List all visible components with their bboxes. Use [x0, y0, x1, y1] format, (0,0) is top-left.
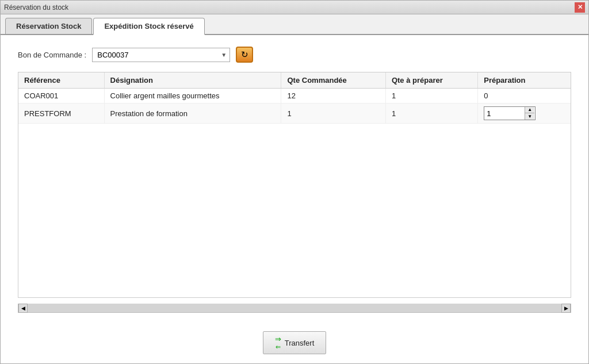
tab-bar: Réservation Stock Expédition Stock réser… [1, 14, 588, 35]
scrollbar-track[interactable] [28, 304, 561, 312]
bon-commande-row: Bon de Commande : BC00037 ▼ ↻ [18, 47, 571, 63]
cell-qte-commandee: 1 [281, 104, 385, 124]
arrow-right-icon: ⇒ [275, 335, 281, 343]
tab-reservation[interactable]: Réservation Stock [5, 18, 92, 34]
title-bar: Réservation du stock ✕ [1, 1, 588, 14]
refresh-button[interactable]: ↻ [236, 47, 253, 63]
stock-table-container: Référence Désignation Qte Commandée Qte … [18, 72, 571, 298]
cell-reference: COAR001 [18, 89, 104, 104]
spin-buttons: ▲ ▼ [525, 107, 534, 120]
transfert-label: Transfert [285, 339, 315, 347]
cell-designation: Collier argent mailles gourmettes [104, 89, 281, 104]
tab-expedition[interactable]: Expédition Stock réservé [93, 18, 204, 35]
stock-table: Référence Désignation Qte Commandée Qte … [18, 72, 571, 124]
close-button[interactable]: ✕ [575, 2, 585, 13]
col-preparation: Préparation [478, 72, 571, 89]
preparation-spinner: ▲ ▼ [484, 106, 536, 120]
scroll-left-button[interactable]: ◀ [18, 304, 28, 313]
spin-down-button[interactable]: ▼ [525, 113, 534, 120]
transfert-icon: ⇒ ⇐ [275, 335, 281, 350]
col-qte-preparer: Qte à préparer [385, 72, 477, 89]
table-header-row: Référence Désignation Qte Commandée Qte … [18, 72, 571, 89]
preparation-input[interactable] [484, 108, 525, 119]
window-title: Réservation du stock [4, 3, 68, 12]
cell-preparation: 0 [478, 89, 571, 104]
footer-bar: ⇒ ⇐ Transfert [1, 324, 588, 363]
col-designation: Désignation [104, 72, 281, 89]
scroll-right-button[interactable]: ▶ [561, 304, 571, 313]
cell-preparation-editable[interactable]: ▲ ▼ [478, 104, 571, 124]
col-qte-commandee: Qte Commandée [281, 72, 385, 89]
arrow-left-icon: ⇐ [275, 344, 281, 350]
bon-label: Bon de Commande : [18, 51, 86, 59]
col-reference: Référence [18, 72, 104, 89]
spin-up-button[interactable]: ▲ [525, 107, 534, 113]
cell-qte-commandee: 12 [281, 89, 385, 104]
cell-reference: PRESTFORM [18, 104, 104, 124]
table-row: COAR001 Collier argent mailles gourmette… [18, 89, 571, 104]
table-row: PRESTFORM Prestation de formation 1 1 ▲ … [18, 104, 571, 124]
bon-commande-select[interactable]: BC00037 [92, 48, 230, 62]
main-window: Réservation du stock ✕ Réservation Stock… [0, 0, 589, 364]
bon-select-wrapper: BC00037 ▼ [92, 48, 230, 62]
transfert-button[interactable]: ⇒ ⇐ Transfert [263, 331, 327, 354]
refresh-icon: ↻ [241, 49, 248, 60]
cell-designation: Prestation de formation [104, 104, 281, 124]
cell-qte-preparer: 1 [385, 89, 477, 104]
main-content: Bon de Commande : BC00037 ▼ ↻ Référence … [1, 35, 588, 324]
horizontal-scrollbar[interactable]: ◀ ▶ [18, 304, 571, 313]
table-body: COAR001 Collier argent mailles gourmette… [18, 89, 571, 124]
cell-qte-preparer: 1 [385, 104, 477, 124]
